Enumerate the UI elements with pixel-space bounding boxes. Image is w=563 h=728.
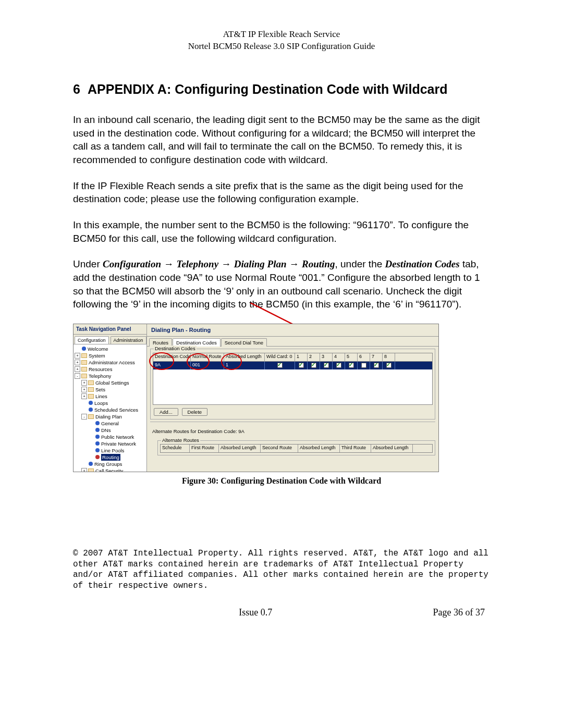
checkbox-icon[interactable] <box>374 363 379 368</box>
tree-callsec[interactable]: Call Security <box>95 467 123 472</box>
tree-dns[interactable]: DNs <box>101 427 111 434</box>
col-dest-code[interactable]: Destination Code <box>153 353 191 361</box>
col-digit-3[interactable]: 3 <box>320 353 333 361</box>
nav-tree[interactable]: Welcome +System +Administrator Access +R… <box>74 344 146 472</box>
collapse-icon[interactable]: - <box>75 373 80 379</box>
cell-digit-6[interactable] <box>358 362 370 369</box>
expand-icon[interactable]: + <box>81 468 87 472</box>
arrow-icon: → <box>164 258 176 269</box>
heading-title: APPENDIX A: Configuring Destination Code… <box>88 81 490 97</box>
col-schedule[interactable]: Schedule <box>161 445 190 452</box>
cell-dest-code[interactable]: 9A <box>153 362 191 369</box>
doc-header-line1: AT&T IP Flexible Reach Service <box>73 29 490 41</box>
doc-header-line2: Nortel BCM50 Release 3.0 SIP Configurati… <box>73 41 490 53</box>
col-abs-length[interactable]: Absorbed Length <box>224 353 265 361</box>
arrow-icon: → <box>289 258 302 269</box>
heading-number: 6 <box>73 81 88 97</box>
tree-admin[interactable]: Administrator Access <box>89 359 135 366</box>
col-normal-route[interactable]: Normal Route <box>191 353 224 361</box>
cell-digit-1[interactable] <box>295 362 308 369</box>
checkbox-icon[interactable] <box>299 363 304 368</box>
cell-digit-8[interactable] <box>383 362 395 369</box>
folder-icon <box>81 353 87 358</box>
collapse-icon[interactable]: - <box>81 414 87 419</box>
alt-routes-group: Alternate Routes Schedule First Route Ab… <box>157 440 435 455</box>
cell-abs-length[interactable]: 1 <box>224 362 265 369</box>
tree-privnet[interactable]: Private Network <box>101 440 136 447</box>
expand-icon[interactable]: + <box>81 380 87 386</box>
col-digit-7[interactable]: 7 <box>370 353 383 361</box>
expand-icon[interactable]: + <box>81 393 87 399</box>
cell-digit-4[interactable] <box>333 362 345 369</box>
nav-tab-configuration[interactable]: Configuration <box>75 336 109 344</box>
tree-dialing[interactable]: Dialing Plan <box>95 413 122 420</box>
col-digit-6[interactable]: 6 <box>358 353 370 361</box>
checkbox-icon[interactable] <box>277 363 283 368</box>
tree-pubnet[interactable]: Public Network <box>101 434 134 440</box>
tree-ring[interactable]: Ring Groups <box>94 461 122 467</box>
col-digit-1[interactable]: 1 <box>295 353 308 361</box>
tree-sched[interactable]: Scheduled Services <box>94 406 138 413</box>
tree-resources[interactable]: Resources <box>89 366 112 373</box>
task-nav-panel: Task Navigation Panel Configuration Admi… <box>74 324 147 472</box>
figure-caption: Figure 30: Configuring Destination Code … <box>73 476 490 486</box>
cell-digit-7[interactable] <box>370 362 383 369</box>
tree-lines[interactable]: Lines <box>95 393 107 400</box>
col-digit-5[interactable]: 5 <box>345 353 358 361</box>
col-third-route[interactable]: Third Route <box>340 445 371 452</box>
tree-routing[interactable]: Routing <box>101 454 120 461</box>
cell-digit-2[interactable] <box>308 362 320 369</box>
page-footer: Issue 0.7 Page 36 of 37 <box>73 607 490 618</box>
folder-icon <box>88 387 94 392</box>
copyright-text: © 2007 AT&T Intellectual Property. All r… <box>73 548 490 591</box>
folder-icon <box>88 414 94 419</box>
tree-sets[interactable]: Sets <box>95 386 105 393</box>
checkbox-icon[interactable] <box>336 363 341 368</box>
checkbox-icon[interactable] <box>349 363 354 368</box>
col-digit-4[interactable]: 4 <box>333 353 345 361</box>
nav-routing: Routing <box>302 258 335 269</box>
col-abs2[interactable]: Absorbed Length <box>298 445 340 452</box>
col-digit-2[interactable]: 2 <box>308 353 320 361</box>
main-tab-second-dial[interactable]: Second Dial Tone <box>221 338 267 347</box>
cell-digit-3[interactable] <box>320 362 333 369</box>
cell-normal-route[interactable]: 001 <box>191 362 224 369</box>
col-second-route[interactable]: Second Route <box>261 445 298 452</box>
checkbox-icon[interactable] <box>386 363 391 368</box>
expand-icon[interactable]: + <box>81 387 87 392</box>
expand-icon[interactable]: + <box>75 360 80 365</box>
nav-dc-tab: Destination Codes <box>385 258 460 269</box>
alt-routes-label: Alternate Routes for Destination Code: 9… <box>152 428 435 434</box>
cell-digit-5[interactable] <box>345 362 358 369</box>
checkbox-icon[interactable] <box>361 363 366 368</box>
dest-code-row[interactable]: 9A 001 1 <box>153 362 432 369</box>
section-heading: 6 APPENDIX A: Configuring Destination Co… <box>73 81 490 97</box>
expand-icon[interactable]: + <box>75 366 80 372</box>
tree-system[interactable]: System <box>89 352 105 359</box>
expand-icon[interactable]: + <box>75 353 80 359</box>
col-first-route[interactable]: First Route <box>190 445 219 452</box>
folder-icon <box>88 468 94 472</box>
tree-general[interactable]: General <box>101 420 119 427</box>
issue-label: Issue 0.7 <box>239 607 272 618</box>
cell-wildcard-0[interactable] <box>265 362 295 369</box>
tree-welcome[interactable]: Welcome <box>88 346 108 352</box>
tree-global[interactable]: Global Settings <box>95 379 129 386</box>
tree-telephony[interactable]: Telephony <box>89 373 111 379</box>
dest-codes-grid[interactable]: Destination Code Normal Route Absorbed L… <box>153 353 433 405</box>
col-digit-8[interactable]: 8 <box>383 353 395 361</box>
tree-loops[interactable]: Loops <box>94 400 108 406</box>
alt-routes-grid-header[interactable]: Schedule First Route Absorbed Length Sec… <box>160 444 433 453</box>
col-abs3[interactable]: Absorbed Length <box>371 445 413 452</box>
p4-after: , under the <box>335 258 385 269</box>
col-abs1[interactable]: Absorbed Length <box>219 445 261 452</box>
nav-panel-title: Task Navigation Panel <box>74 324 146 335</box>
col-wildcard[interactable]: Wild Card: 0 <box>265 353 295 361</box>
delete-button[interactable]: Delete <box>182 408 207 416</box>
nav-tab-administration[interactable]: Administration <box>111 336 146 344</box>
tree-linepools[interactable]: Line Pools <box>101 447 124 454</box>
add-button[interactable]: Add... <box>154 408 178 416</box>
nav-dialing: Dialing Plan <box>234 258 287 269</box>
checkbox-icon[interactable] <box>311 363 316 368</box>
checkbox-icon[interactable] <box>324 363 329 368</box>
